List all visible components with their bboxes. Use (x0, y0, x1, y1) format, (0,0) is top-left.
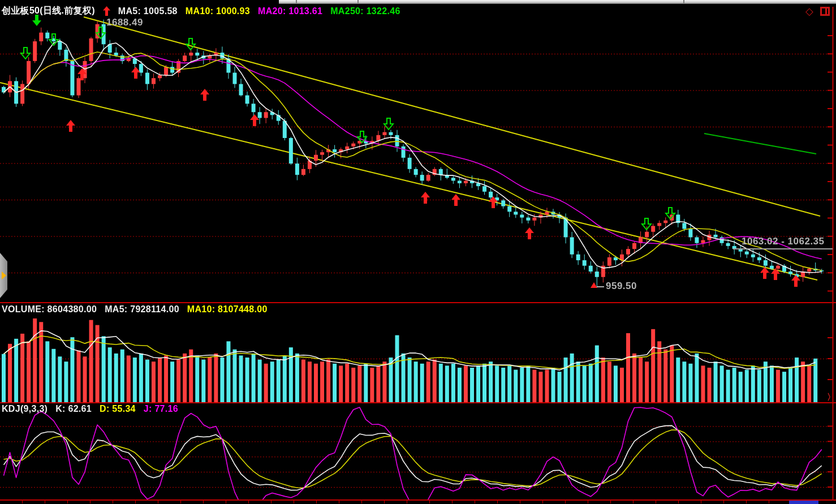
horizontal-price-line (733, 248, 833, 249)
ma250-value: MA250: 1322.46 (330, 6, 400, 16)
kdj-k-value: K: 62.61 (55, 404, 92, 414)
strip-separator (683, 0, 684, 4)
volume-ma5-value: MA5: 7928114.00 (105, 304, 179, 315)
kdj-d-value: D: 55.34 (100, 404, 136, 414)
window-layout-icon-divider (825, 8, 827, 14)
top-window-strip (279, 0, 836, 4)
strip-separator (296, 0, 297, 4)
low-price-label: 959.50 (597, 281, 637, 292)
diamond-tool-icon[interactable]: ◇ (805, 5, 813, 18)
kdj-title: KDJ(9,3,3) (2, 404, 48, 414)
ma10-value: MA10: 1000.93 (186, 6, 250, 16)
kdj-j-value: J: 77.16 (144, 404, 178, 414)
expand-arrow-icon (2, 272, 6, 279)
ma20-value: MA20: 1013.61 (258, 6, 322, 16)
low-price-tick (597, 286, 604, 287)
trading-app-window: 创业板50(日线.前复权) MA5: 1005.58 MA10: 1000.93… (0, 0, 836, 504)
volume-ma10-value: MA10: 8107448.00 (187, 304, 268, 315)
volume-header: VOLUME: 8604380.00 MA5: 7928114.00 MA10:… (2, 304, 268, 315)
chart-canvas[interactable] (0, 0, 836, 504)
kdj-header: KDJ(9,3,3) K: 62.61 D: 55.34 J: 77.16 (2, 404, 178, 414)
scrollbar-fragment (789, 501, 818, 504)
ma5-value: MA5: 1005.58 (118, 6, 178, 16)
panel-expand-icon[interactable]: 〉 (827, 392, 835, 403)
instrument-title: 创业板50(日线.前复权) (2, 5, 95, 17)
volume-value: VOLUME: 8604380.00 (2, 304, 97, 315)
peak-price-label: 1688.49 (106, 17, 143, 28)
range-price-label: 1063.02 - 1062.35 (742, 236, 825, 247)
up-arrow-icon (103, 6, 110, 16)
strip-separator (357, 0, 359, 4)
window-layout-icon[interactable] (820, 7, 830, 16)
main-chart-header: 创业板50(日线.前复权) MA5: 1005.58 MA10: 1000.93… (2, 5, 400, 17)
